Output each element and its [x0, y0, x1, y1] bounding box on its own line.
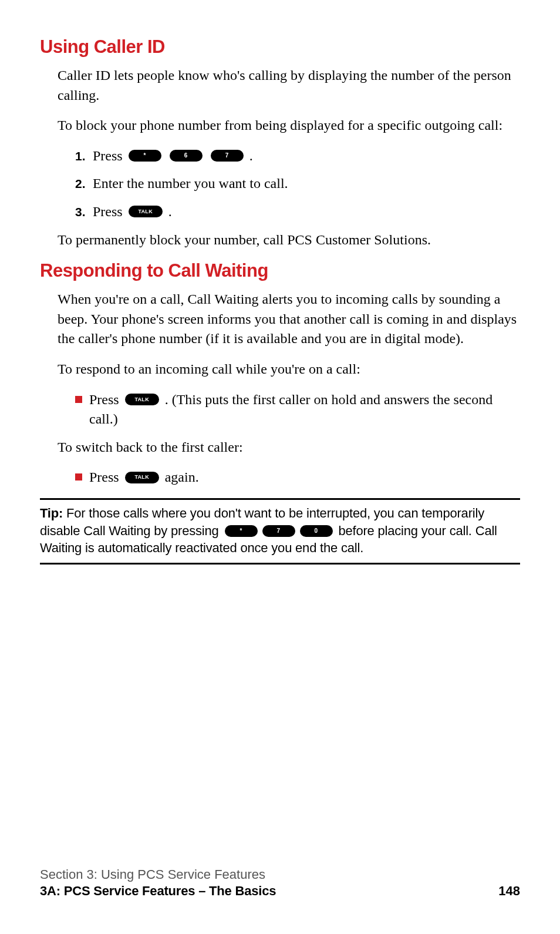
call-waiting-switch-intro: To switch back to the first caller:	[40, 438, 520, 458]
call-waiting-intro: When you're on a call, Call Waiting aler…	[40, 290, 520, 349]
bullet-square-icon	[75, 396, 82, 403]
key-talk-icon: TALK	[129, 206, 163, 217]
heading-call-waiting: Responding to Call Waiting	[40, 260, 520, 281]
step-3: 3. Press TALK .	[40, 202, 520, 222]
footer-subsection-label: 3A: PCS Service Features – The Basics	[40, 883, 276, 899]
step-1: 1. Press * 6 7 .	[40, 146, 520, 166]
step-3-text-b: .	[168, 204, 172, 219]
page: Using Caller ID Caller ID lets people kn…	[0, 0, 560, 934]
step-1-number: 1.	[75, 147, 90, 164]
key-7-icon: 7	[211, 150, 244, 162]
caller-id-permanent-block: To permanently block your number, call P…	[40, 230, 520, 250]
bullet-switch-text-a: Press	[89, 469, 119, 485]
heading-using-caller-id: Using Caller ID	[40, 36, 520, 58]
bullet-switch-text-b: again.	[165, 469, 199, 485]
caller-id-intro: Caller ID lets people know who's calling…	[40, 66, 520, 105]
key-talk-icon: TALK	[125, 394, 159, 405]
key-star-icon: *	[225, 525, 258, 537]
bullet-respond: Press TALK . (This puts the first caller…	[40, 390, 520, 429]
bullet-respond-text-a: Press	[89, 392, 119, 407]
caller-id-block-intro: To block your phone number from being di…	[40, 116, 520, 136]
step-3-number: 3.	[75, 203, 90, 220]
call-waiting-respond-intro: To respond to an incoming call while you…	[40, 360, 520, 379]
key-0-icon: 0	[300, 525, 333, 537]
key-7-icon: 7	[262, 525, 295, 537]
bullet-square-icon	[75, 473, 82, 481]
key-talk-icon: TALK	[125, 472, 159, 483]
step-3-text-a: Press	[93, 204, 123, 219]
footer-section-label: Section 3: Using PCS Service Features	[40, 867, 520, 882]
page-footer: Section 3: Using PCS Service Features 3A…	[40, 867, 520, 899]
tip-label: Tip:	[40, 506, 63, 520]
key-6-icon: 6	[170, 150, 203, 162]
step-1-text-a: Press	[93, 148, 123, 163]
step-2-number: 2.	[75, 175, 90, 192]
step-1-text-b: .	[249, 148, 253, 163]
tip-box: Tip: For those calls where you don't wan…	[40, 498, 520, 565]
step-2: 2. Enter the number you want to call.	[40, 174, 520, 194]
bullet-switch: Press TALK again.	[40, 468, 520, 488]
step-2-text: Enter the number you want to call.	[93, 174, 288, 194]
key-star-icon: *	[129, 150, 161, 162]
content-area: Using Caller ID Caller ID lets people kn…	[40, 36, 520, 565]
page-number: 148	[498, 883, 520, 899]
